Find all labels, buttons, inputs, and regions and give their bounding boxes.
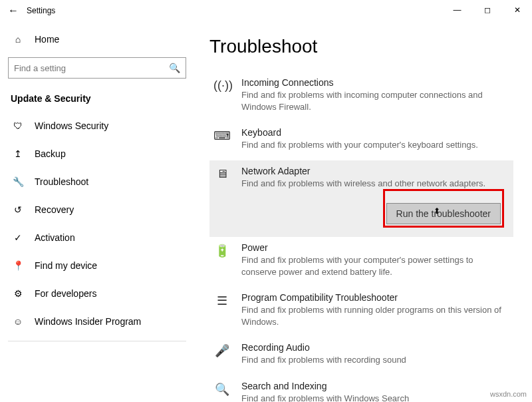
minimize-button[interactable]: — <box>442 0 472 20</box>
troubleshoot-item-keyboard[interactable]: ⌨ Keyboard Find and fix problems with yo… <box>209 122 513 160</box>
list-icon: ☰ <box>213 292 231 327</box>
shield-icon: 🛡 <box>12 120 24 131</box>
troubleshoot-item-power[interactable]: 🔋 Power Find and fix problems with your … <box>209 237 513 287</box>
sidebar: ⌂ Home 🔍 Update & Security 🛡 Windows Sec… <box>0 21 194 402</box>
troubleshoot-item-search-indexing[interactable]: 🔍 Search and Indexing Find and fix probl… <box>209 375 513 402</box>
sidebar-item-activation[interactable]: ✓ Activation <box>8 225 186 250</box>
titlebar: ← Settings — ◻ ✕ <box>0 0 532 21</box>
troubleshoot-desc: Find and fix problems with wireless and … <box>241 178 509 190</box>
battery-icon: 🔋 <box>213 242 231 278</box>
troubleshoot-title: Search and Indexing <box>241 381 509 391</box>
sidebar-item-find-my-device[interactable]: 📍 Find my device <box>8 253 186 278</box>
wrench-icon: 🔧 <box>12 176 24 187</box>
sidebar-item-label: Recovery <box>35 204 74 215</box>
sidebar-item-label: Find my device <box>35 260 97 271</box>
run-troubleshooter-button[interactable]: Run the troubleshooter ⬆ <box>386 203 501 224</box>
search-box[interactable]: 🔍 <box>8 57 186 79</box>
sidebar-item-label: Activation <box>35 232 75 243</box>
home-icon: ⌂ <box>12 34 24 45</box>
troubleshoot-desc: Find and fix problems with recording sou… <box>241 354 509 366</box>
troubleshoot-item-recording-audio[interactable]: 🎤 Recording Audio Find and fix problems … <box>209 337 513 375</box>
troubleshoot-desc: Find and fix problems with your computer… <box>241 139 509 151</box>
activation-icon: ✓ <box>12 232 24 243</box>
window-title: Settings <box>27 6 55 15</box>
sidebar-item-label: Windows Security <box>35 120 108 131</box>
troubleshoot-title: Keyboard <box>241 127 509 138</box>
troubleshoot-desc: Find and fix problems with running older… <box>241 304 509 327</box>
sidebar-item-recovery[interactable]: ↺ Recovery <box>8 197 186 222</box>
page-title: Troubleshoot <box>209 36 513 57</box>
troubleshoot-title: Incoming Connections <box>241 77 509 88</box>
back-button[interactable]: ← <box>0 5 27 17</box>
sidebar-home[interactable]: ⌂ Home <box>8 27 186 52</box>
keyboard-icon: ⌨ <box>213 127 231 151</box>
recovery-icon: ↺ <box>12 204 24 215</box>
troubleshoot-title: Network Adapter <box>241 166 509 176</box>
sidebar-item-windows-insider[interactable]: ☺ Windows Insider Program <box>8 309 186 334</box>
maximize-button[interactable]: ◻ <box>472 0 502 20</box>
sidebar-item-backup[interactable]: ↥ Backup <box>8 141 186 166</box>
sidebar-item-label: Windows Insider Program <box>35 316 141 327</box>
sidebar-section-header: Update & Security <box>8 91 186 110</box>
sidebar-item-troubleshoot[interactable]: 🔧 Troubleshoot <box>8 169 186 194</box>
sidebar-item-label: For developers <box>35 288 96 299</box>
troubleshoot-title: Recording Audio <box>241 342 509 353</box>
sidebar-divider <box>8 341 186 341</box>
troubleshoot-title: Power <box>241 242 509 253</box>
troubleshoot-title: Program Compatibility Troubleshooter <box>241 292 509 303</box>
troubleshoot-desc: Find and fix problems with your computer… <box>241 254 509 278</box>
search-icon: 🔍 <box>169 63 180 73</box>
troubleshoot-item-network-adapter[interactable]: 🖥 Network Adapter Find and fix problems … <box>209 160 513 238</box>
troubleshoot-item-incoming-connections[interactable]: ((·)) Incoming Connections Find and fix … <box>209 72 513 122</box>
location-icon: 📍 <box>12 260 24 271</box>
troubleshoot-item-program-compatibility[interactable]: ☰ Program Compatibility Troubleshooter F… <box>209 287 513 337</box>
developer-icon: ⚙ <box>12 288 24 299</box>
search-input[interactable] <box>14 63 169 73</box>
sidebar-item-for-developers[interactable]: ⚙ For developers <box>8 281 186 306</box>
monitor-icon: 🖥 <box>213 166 231 228</box>
search-icon: 🔍 <box>213 381 231 402</box>
insider-icon: ☺ <box>12 316 24 327</box>
highlight-box: Run the troubleshooter ⬆ <box>383 189 504 228</box>
troubleshoot-desc: Find and fix problems with incoming comp… <box>241 89 509 112</box>
watermark: wsxdn.com <box>490 390 527 398</box>
signal-icon: ((·)) <box>213 77 231 112</box>
microphone-icon: 🎤 <box>213 342 231 366</box>
sidebar-item-label: Backup <box>35 148 66 159</box>
sidebar-item-label: Troubleshoot <box>35 176 88 187</box>
close-button[interactable]: ✕ <box>502 0 532 20</box>
troubleshoot-desc: Find and fix problems with Windows Searc… <box>241 393 509 402</box>
main-content: Troubleshoot ((·)) Incoming Connections … <box>194 21 532 402</box>
sidebar-item-windows-security[interactable]: 🛡 Windows Security <box>8 113 186 138</box>
sidebar-home-label: Home <box>35 34 59 45</box>
backup-icon: ↥ <box>12 148 24 159</box>
